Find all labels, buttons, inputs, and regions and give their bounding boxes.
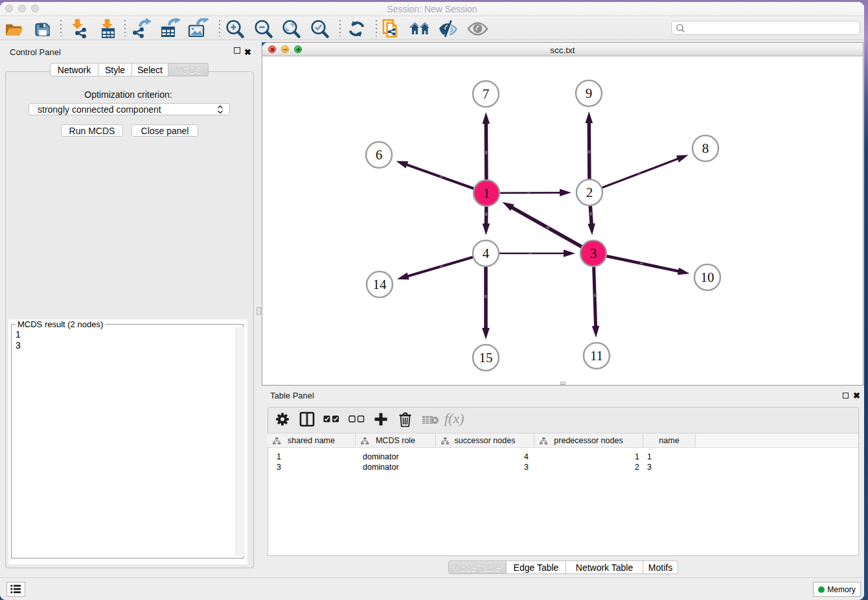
svg-text:4: 4 — [483, 246, 490, 261]
svg-text:1: 1 — [483, 185, 490, 201]
svg-text:11: 11 — [590, 348, 603, 363]
svg-text:3: 3 — [590, 246, 597, 261]
svg-text:10: 10 — [701, 270, 714, 285]
svg-text:9: 9 — [586, 86, 593, 101]
svg-text:8: 8 — [702, 141, 709, 156]
svg-text:14: 14 — [373, 277, 387, 292]
svg-text:15: 15 — [479, 350, 493, 365]
svg-text:2: 2 — [586, 185, 593, 200]
svg-text:6: 6 — [376, 147, 383, 163]
svg-text:7: 7 — [483, 86, 490, 102]
